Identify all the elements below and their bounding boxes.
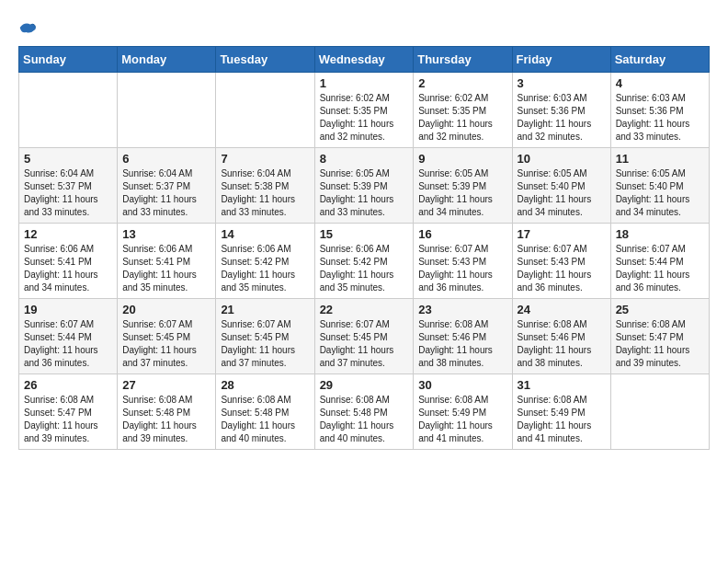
day-info: Sunrise: 6:08 AMSunset: 5:48 PMDaylight:… [122,394,210,445]
calendar-cell: 19Sunrise: 6:07 AMSunset: 5:44 PMDayligh… [19,299,118,374]
day-info: Sunrise: 6:08 AMSunset: 5:46 PMDaylight:… [518,318,606,370]
day-of-week-header: Thursday [414,47,512,73]
day-number: 31 [518,378,606,392]
day-info: Sunrise: 6:08 AMSunset: 5:48 PMDaylight:… [221,394,309,445]
calendar-header-row: SundayMondayTuesdayWednesdayThursdayFrid… [19,47,710,73]
calendar-cell [19,73,118,148]
day-number: 6 [122,152,210,166]
day-info: Sunrise: 6:07 AMSunset: 5:43 PMDaylight:… [418,243,506,294]
day-info: Sunrise: 6:08 AMSunset: 5:46 PMDaylight:… [418,318,506,370]
calendar-cell: 7Sunrise: 6:04 AMSunset: 5:38 PMDaylight… [216,148,314,224]
day-number: 23 [418,303,506,316]
calendar-cell: 21Sunrise: 6:07 AMSunset: 5:45 PMDayligh… [216,299,314,374]
day-number: 15 [320,227,409,241]
day-info: Sunrise: 6:04 AMSunset: 5:38 PMDaylight:… [221,167,309,219]
day-info: Sunrise: 6:07 AMSunset: 5:43 PMDaylight:… [518,243,606,294]
calendar-cell: 31Sunrise: 6:08 AMSunset: 5:49 PMDayligh… [512,374,610,450]
day-info: Sunrise: 6:03 AMSunset: 5:36 PMDaylight:… [518,92,606,144]
calendar-cell [118,73,216,148]
day-info: Sunrise: 6:05 AMSunset: 5:39 PMDaylight:… [418,167,506,219]
day-number: 28 [221,378,309,392]
day-of-week-header: Saturday [610,47,709,73]
calendar-cell: 17Sunrise: 6:07 AMSunset: 5:43 PMDayligh… [512,224,610,299]
day-number: 18 [616,227,704,241]
calendar-cell: 8Sunrise: 6:05 AMSunset: 5:39 PMDaylight… [314,148,414,224]
calendar-cell: 4Sunrise: 6:03 AMSunset: 5:36 PMDaylight… [610,73,709,148]
day-info: Sunrise: 6:02 AMSunset: 5:35 PMDaylight:… [418,92,506,144]
calendar: SundayMondayTuesdayWednesdayThursdayFrid… [18,46,710,450]
day-number: 17 [518,227,606,241]
day-number: 13 [122,227,210,241]
day-number: 9 [418,152,506,166]
day-number: 4 [616,76,704,90]
day-number: 11 [616,152,704,166]
calendar-week-row: 5Sunrise: 6:04 AMSunset: 5:37 PMDaylight… [19,148,710,224]
day-info: Sunrise: 6:08 AMSunset: 5:47 PMDaylight:… [24,394,112,445]
calendar-cell: 12Sunrise: 6:06 AMSunset: 5:41 PMDayligh… [19,224,118,299]
day-number: 3 [518,76,606,90]
day-of-week-header: Monday [118,47,216,73]
day-number: 14 [221,227,309,241]
day-number: 26 [24,378,112,392]
day-of-week-header: Friday [512,47,610,73]
calendar-cell: 20Sunrise: 6:07 AMSunset: 5:45 PMDayligh… [118,299,216,374]
calendar-cell: 24Sunrise: 6:08 AMSunset: 5:46 PMDayligh… [512,299,610,374]
calendar-week-row: 26Sunrise: 6:08 AMSunset: 5:47 PMDayligh… [19,374,710,450]
day-number: 30 [418,378,506,392]
day-info: Sunrise: 6:08 AMSunset: 5:49 PMDaylight:… [418,394,506,445]
calendar-cell: 10Sunrise: 6:05 AMSunset: 5:40 PMDayligh… [512,148,610,224]
day-number: 2 [418,76,506,90]
day-number: 21 [221,303,309,316]
calendar-week-row: 1Sunrise: 6:02 AMSunset: 5:35 PMDaylight… [19,73,710,148]
logo [18,18,40,37]
day-number: 27 [122,378,210,392]
day-number: 8 [320,152,409,166]
calendar-cell [216,73,314,148]
day-info: Sunrise: 6:07 AMSunset: 5:44 PMDaylight:… [616,243,704,294]
calendar-week-row: 19Sunrise: 6:07 AMSunset: 5:44 PMDayligh… [19,299,710,374]
calendar-cell: 5Sunrise: 6:04 AMSunset: 5:37 PMDaylight… [19,148,118,224]
day-number: 10 [518,152,606,166]
calendar-cell: 16Sunrise: 6:07 AMSunset: 5:43 PMDayligh… [414,224,512,299]
day-number: 12 [24,227,112,241]
day-number: 25 [616,303,704,316]
calendar-cell: 28Sunrise: 6:08 AMSunset: 5:48 PMDayligh… [216,374,314,450]
calendar-cell: 30Sunrise: 6:08 AMSunset: 5:49 PMDayligh… [414,374,512,450]
calendar-cell: 2Sunrise: 6:02 AMSunset: 5:35 PMDaylight… [414,73,512,148]
calendar-cell: 27Sunrise: 6:08 AMSunset: 5:48 PMDayligh… [118,374,216,450]
calendar-cell: 15Sunrise: 6:06 AMSunset: 5:42 PMDayligh… [314,224,414,299]
calendar-cell: 11Sunrise: 6:05 AMSunset: 5:40 PMDayligh… [610,148,709,224]
day-info: Sunrise: 6:04 AMSunset: 5:37 PMDaylight:… [122,167,210,219]
calendar-cell: 26Sunrise: 6:08 AMSunset: 5:47 PMDayligh… [19,374,118,450]
day-number: 7 [221,152,309,166]
calendar-cell: 6Sunrise: 6:04 AMSunset: 5:37 PMDaylight… [118,148,216,224]
logo-icon [18,18,37,37]
day-number: 19 [24,303,112,316]
calendar-cell: 18Sunrise: 6:07 AMSunset: 5:44 PMDayligh… [610,224,709,299]
day-info: Sunrise: 6:05 AMSunset: 5:40 PMDaylight:… [616,167,704,219]
day-info: Sunrise: 6:07 AMSunset: 5:45 PMDaylight:… [320,318,409,370]
calendar-cell: 13Sunrise: 6:06 AMSunset: 5:41 PMDayligh… [118,224,216,299]
day-info: Sunrise: 6:08 AMSunset: 5:47 PMDaylight:… [616,318,704,370]
calendar-cell: 22Sunrise: 6:07 AMSunset: 5:45 PMDayligh… [314,299,414,374]
day-info: Sunrise: 6:02 AMSunset: 5:35 PMDaylight:… [320,92,409,144]
day-number: 5 [24,152,112,166]
day-number: 16 [418,227,506,241]
calendar-cell: 14Sunrise: 6:06 AMSunset: 5:42 PMDayligh… [216,224,314,299]
day-number: 24 [518,303,606,316]
day-info: Sunrise: 6:08 AMSunset: 5:49 PMDaylight:… [518,394,606,445]
day-number: 20 [122,303,210,316]
day-number: 1 [320,76,409,90]
day-info: Sunrise: 6:05 AMSunset: 5:39 PMDaylight:… [320,167,409,219]
day-info: Sunrise: 6:04 AMSunset: 5:37 PMDaylight:… [24,167,112,219]
day-of-week-header: Tuesday [216,47,314,73]
calendar-cell: 3Sunrise: 6:03 AMSunset: 5:36 PMDaylight… [512,73,610,148]
day-number: 29 [320,378,409,392]
calendar-cell: 9Sunrise: 6:05 AMSunset: 5:39 PMDaylight… [414,148,512,224]
day-number: 22 [320,303,409,316]
calendar-cell: 23Sunrise: 6:08 AMSunset: 5:46 PMDayligh… [414,299,512,374]
page-header [18,18,710,37]
day-info: Sunrise: 6:08 AMSunset: 5:48 PMDaylight:… [320,394,409,445]
calendar-cell: 1Sunrise: 6:02 AMSunset: 5:35 PMDaylight… [314,73,414,148]
calendar-cell [610,374,709,450]
